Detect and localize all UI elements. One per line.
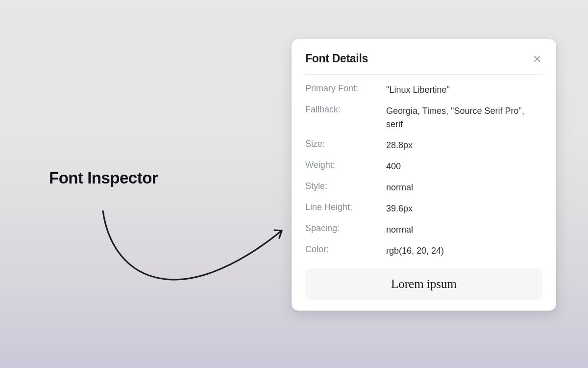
value-size: 28.8px <box>386 139 413 152</box>
sample-text: Lorem ipsum <box>315 277 533 291</box>
close-button[interactable] <box>532 53 542 64</box>
row-style: Style: normal <box>305 181 542 194</box>
caption-text: Font Inspector <box>49 169 158 187</box>
label-size: Size: <box>305 139 386 149</box>
close-icon <box>533 54 541 63</box>
row-size: Size: 28.8px <box>305 139 542 152</box>
sample-box: Lorem ipsum <box>305 268 542 300</box>
value-style: normal <box>386 181 413 194</box>
label-line-height: Line Height: <box>305 202 386 212</box>
card-header: Font Details <box>305 52 542 75</box>
value-weight: 400 <box>386 160 401 173</box>
value-line-height: 39.6px <box>386 202 413 215</box>
label-spacing: Spacing: <box>305 223 386 234</box>
row-line-height: Line Height: 39.6px <box>305 202 542 215</box>
row-primary-font: Primary Font: "Linux Libertine" <box>305 83 542 97</box>
label-weight: Weight: <box>305 160 386 170</box>
value-spacing: normal <box>386 223 413 237</box>
label-primary-font: Primary Font: <box>305 83 386 94</box>
label-style: Style: <box>305 181 386 191</box>
card-title: Font Details <box>305 52 368 65</box>
value-fallback: Georgia, Times, "Source Serif Pro", seri… <box>386 105 542 131</box>
font-details-card: Font Details Primary Font: "Linux Libert… <box>292 39 556 311</box>
value-color: rgb(16, 20, 24) <box>386 244 444 258</box>
annotation-arrow <box>93 206 289 309</box>
label-fallback: Fallback: <box>305 105 386 115</box>
row-spacing: Spacing: normal <box>305 223 542 237</box>
row-color: Color: rgb(16, 20, 24) <box>305 244 542 258</box>
value-primary-font: "Linux Libertine" <box>386 83 450 97</box>
row-fallback: Fallback: Georgia, Times, "Source Serif … <box>305 105 542 131</box>
label-color: Color: <box>305 244 386 255</box>
row-weight: Weight: 400 <box>305 160 542 173</box>
